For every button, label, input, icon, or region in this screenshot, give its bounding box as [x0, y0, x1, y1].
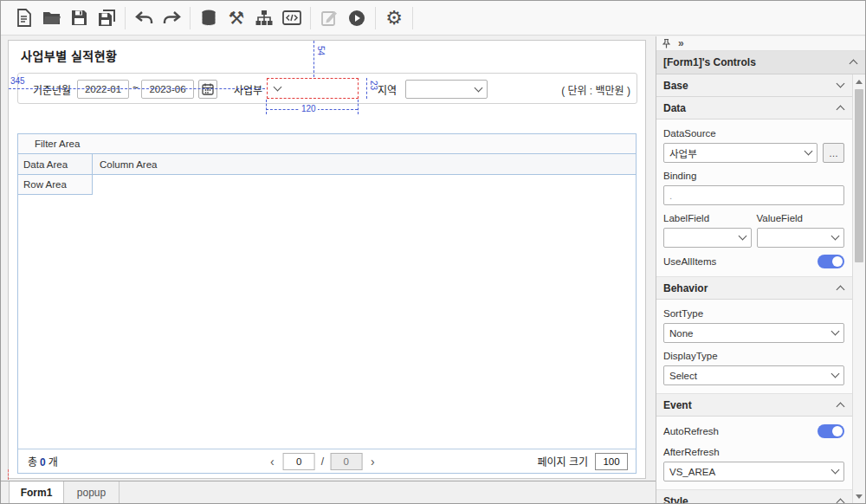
open-folder-button[interactable]: [37, 5, 65, 31]
section-behavior-label: Behavior: [663, 282, 708, 294]
column-area-zone[interactable]: Column Area: [93, 154, 636, 174]
page-separator: /: [321, 456, 324, 468]
row-area-zone[interactable]: Row Area: [18, 175, 93, 195]
calendar-button[interactable]: [198, 80, 217, 99]
tools-button[interactable]: ⚒: [223, 5, 250, 31]
section-data[interactable]: Data: [656, 97, 852, 120]
region-label: 지역: [378, 82, 397, 97]
new-file-button[interactable]: [10, 5, 37, 31]
current-page-input[interactable]: [283, 453, 315, 470]
section-data-label: Data: [663, 102, 686, 114]
edit-button[interactable]: [315, 5, 343, 31]
total-pages-input: [330, 453, 362, 470]
panel-toolbar: »: [656, 36, 865, 51]
form-canvas[interactable]: 사업부별 실적현황 기준년월 ~ 사업부 지역: [8, 40, 646, 479]
grid-body: [18, 195, 636, 449]
toolbar-separator: [125, 7, 126, 29]
database-button[interactable]: [195, 5, 223, 31]
undo-button[interactable]: [130, 5, 158, 31]
binding-label: Binding: [663, 171, 844, 181]
panel-title-header[interactable]: [Form1]'s Controls: [656, 51, 865, 74]
width-annotation: 120: [300, 104, 318, 113]
section-style[interactable]: Style: [656, 490, 852, 503]
run-button[interactable]: [343, 5, 371, 31]
prev-page-button[interactable]: ‹: [268, 456, 277, 468]
sorttype-combobox[interactable]: None: [663, 323, 844, 343]
date-to-input[interactable]: [141, 80, 194, 99]
scroll-down-button[interactable]: [853, 490, 865, 502]
open-folder-icon: [42, 10, 61, 26]
pin-icon[interactable]: [662, 39, 670, 48]
scroll-up-button[interactable]: [853, 75, 865, 87]
calendar-icon: [202, 83, 214, 95]
save-all-icon: [98, 10, 116, 27]
height-annotation: 23: [369, 81, 378, 90]
scrollbar-thumb[interactable]: [855, 89, 863, 262]
valuefield-label: ValueField: [757, 213, 845, 223]
triangle-up-icon: [856, 80, 863, 84]
grid-pagination-bar: 총0개 ‹ / › 페이지 크기: [18, 449, 636, 473]
filter-area-label: Filter Area: [35, 139, 80, 149]
valuefield-combobox[interactable]: [757, 228, 845, 248]
data-area-label: Data Area: [23, 159, 68, 170]
page-size-input[interactable]: [595, 453, 628, 470]
collapse-panel-button[interactable]: »: [678, 38, 684, 48]
panel-title: [Form1]'s Controls: [663, 56, 756, 68]
data-area-zone[interactable]: Data Area: [18, 154, 93, 174]
code-editor-button[interactable]: [278, 5, 306, 31]
y-offset-annotation: 54: [316, 46, 326, 55]
edit-icon: [321, 10, 338, 26]
sorttype-value: None: [669, 328, 832, 339]
date-from-input[interactable]: [77, 80, 129, 99]
total-count: 0: [37, 456, 48, 468]
total-suffix: 개: [48, 456, 58, 468]
division-combobox-selected[interactable]: [267, 78, 359, 99]
page-size-label: 페이지 크기: [537, 454, 588, 468]
save-icon: [71, 10, 87, 26]
chevron-up-icon: [837, 402, 845, 410]
x-offset-guide-line: [9, 88, 265, 89]
designer-main: 사업부별 실적현황 기준년월 ~ 사업부 지역: [1, 36, 656, 503]
datasource-value: 사업부: [669, 146, 805, 160]
toolbar-separator: [190, 7, 191, 29]
tab-popup[interactable]: popup: [64, 481, 120, 503]
filter-area-zone[interactable]: Filter Area: [18, 134, 636, 154]
datasource-combobox[interactable]: 사업부: [663, 143, 818, 163]
y-offset-guide-line: [313, 41, 314, 77]
labelfield-label: LabelField: [663, 213, 752, 223]
settings-button[interactable]: ⚙: [380, 5, 408, 31]
section-behavior[interactable]: Behavior: [656, 277, 852, 300]
chevron-up-icon: [850, 60, 858, 68]
labelfield-combobox[interactable]: [663, 228, 752, 248]
useallitems-toggle[interactable]: [818, 255, 844, 268]
width-guide-tick-right: [358, 100, 359, 114]
toolbar-separator: [310, 7, 311, 29]
redo-button[interactable]: [158, 5, 185, 31]
afterrefresh-value: VS_AREA: [669, 467, 832, 477]
afterrefresh-combobox[interactable]: VS_AREA: [663, 462, 844, 481]
tab-form1[interactable]: Form1: [9, 481, 64, 503]
autorefresh-toggle[interactable]: [818, 424, 844, 438]
form-tabbar: Form1 popup: [1, 481, 656, 503]
save-all-button[interactable]: [93, 5, 120, 31]
sitemap-button[interactable]: [250, 5, 278, 31]
binding-input[interactable]: [663, 185, 844, 205]
datasource-more-button[interactable]: …: [823, 143, 844, 163]
chevron-down-icon: [831, 327, 840, 336]
pivot-grid: Filter Area Data Area Column Area Row Ar…: [17, 133, 637, 474]
panel-scrollbar[interactable]: [852, 74, 865, 503]
next-page-button[interactable]: ›: [368, 456, 378, 468]
save-button[interactable]: [65, 5, 93, 31]
displaytype-combobox[interactable]: Select: [663, 365, 844, 385]
section-event[interactable]: Event: [656, 394, 852, 417]
section-event-label: Event: [663, 399, 692, 411]
chevron-down-icon: [805, 147, 813, 156]
chevron-up-icon: [837, 285, 845, 294]
properties-panel: » [Form1]'s Controls Base Data DataSourc…: [656, 36, 865, 503]
region-combobox[interactable]: [405, 80, 488, 99]
chevron-down-icon: [738, 232, 746, 241]
data-section-content: DataSource 사업부 … Binding LabelField Valu…: [656, 120, 852, 277]
chevron-down-icon: [475, 83, 483, 92]
section-base[interactable]: Base: [656, 74, 852, 97]
grid-row-area-row: Row Area: [18, 175, 636, 195]
